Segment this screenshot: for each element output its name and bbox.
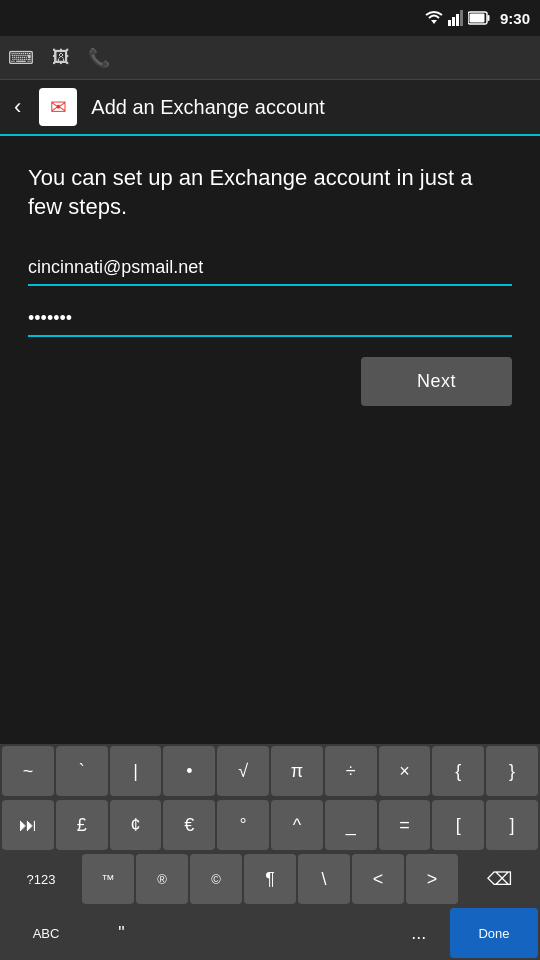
key-skip[interactable]: ⏭ xyxy=(2,800,54,850)
keyboard: ~ ` | • √ π ÷ × { } ⏭ £ ¢ € ° ^ _ = [ ] … xyxy=(0,744,540,960)
keyboard-shortcut-row: ⌨ 🖼 📞 xyxy=(0,36,540,80)
page-title: Add an Exchange account xyxy=(91,96,325,119)
password-group xyxy=(28,302,512,337)
key-lbracket[interactable]: [ xyxy=(432,800,484,850)
key-ellipsis[interactable]: ... xyxy=(389,908,448,958)
key-backtick[interactable]: ` xyxy=(56,746,108,796)
key-caret[interactable]: ^ xyxy=(271,800,323,850)
key-copy[interactable]: © xyxy=(190,854,242,904)
key-abc-mode[interactable]: ABC xyxy=(2,908,90,958)
keyboard-row-4: ABC " ... Done xyxy=(0,906,540,960)
back-button[interactable]: ‹ xyxy=(14,94,21,120)
status-bar: 9:30 xyxy=(0,0,540,36)
battery-icon xyxy=(468,11,490,25)
key-equals[interactable]: = xyxy=(379,800,431,850)
svg-marker-0 xyxy=(431,20,437,24)
key-space[interactable] xyxy=(153,908,388,958)
key-backslash[interactable]: \ xyxy=(298,854,350,904)
svg-rect-6 xyxy=(487,15,489,21)
keyboard-icon[interactable]: ⌨ xyxy=(8,47,34,69)
key-pound[interactable]: £ xyxy=(56,800,108,850)
next-btn-container: Next xyxy=(28,357,512,406)
key-pilcrow[interactable]: ¶ xyxy=(244,854,296,904)
key-sqrt[interactable]: √ xyxy=(217,746,269,796)
keyboard-row-1: ~ ` | • √ π ÷ × { } xyxy=(0,744,540,798)
key-done[interactable]: Done xyxy=(450,908,538,958)
key-dquote[interactable]: " xyxy=(92,908,151,958)
email-field[interactable] xyxy=(28,251,512,286)
title-bar: ‹ ✉ Add an Exchange account xyxy=(0,80,540,136)
key-multiply[interactable]: × xyxy=(379,746,431,796)
svg-rect-2 xyxy=(452,17,455,26)
svg-rect-3 xyxy=(456,14,459,26)
key-lbrace[interactable]: { xyxy=(432,746,484,796)
content-area: You can set up an Exchange account in ju… xyxy=(0,136,540,426)
key-rbrace[interactable]: } xyxy=(486,746,538,796)
key-rbracket[interactable]: ] xyxy=(486,800,538,850)
next-button[interactable]: Next xyxy=(361,357,512,406)
key-cent[interactable]: ¢ xyxy=(110,800,162,850)
key-lt[interactable]: < xyxy=(352,854,404,904)
password-field[interactable] xyxy=(28,302,512,337)
key-divide[interactable]: ÷ xyxy=(325,746,377,796)
wifi-icon xyxy=(424,10,444,26)
key-backspace[interactable]: ⌫ xyxy=(460,854,538,904)
image-icon[interactable]: 🖼 xyxy=(52,47,70,68)
status-icons xyxy=(424,10,490,26)
key-pipe[interactable]: | xyxy=(110,746,162,796)
svg-rect-7 xyxy=(469,14,484,23)
keyboard-row-2: ⏭ £ ¢ € ° ^ _ = [ ] xyxy=(0,798,540,852)
app-icon: ✉ xyxy=(39,88,77,126)
status-time: 9:30 xyxy=(500,10,530,27)
phone-icon[interactable]: 📞 xyxy=(88,47,110,69)
intro-text: You can set up an Exchange account in ju… xyxy=(28,164,512,221)
key-gt[interactable]: > xyxy=(406,854,458,904)
key-tm[interactable]: ™ xyxy=(82,854,134,904)
key-bullet[interactable]: • xyxy=(163,746,215,796)
svg-rect-1 xyxy=(448,20,451,26)
email-group xyxy=(28,251,512,286)
key-num-mode[interactable]: ?123 xyxy=(2,854,80,904)
key-degree[interactable]: ° xyxy=(217,800,269,850)
key-euro[interactable]: € xyxy=(163,800,215,850)
svg-rect-4 xyxy=(460,10,463,26)
key-reg[interactable]: ® xyxy=(136,854,188,904)
key-tilde[interactable]: ~ xyxy=(2,746,54,796)
key-pi[interactable]: π xyxy=(271,746,323,796)
keyboard-row-3: ?123 ™ ® © ¶ \ < > ⌫ xyxy=(0,852,540,906)
key-underscore[interactable]: _ xyxy=(325,800,377,850)
signal-icon xyxy=(448,10,464,26)
